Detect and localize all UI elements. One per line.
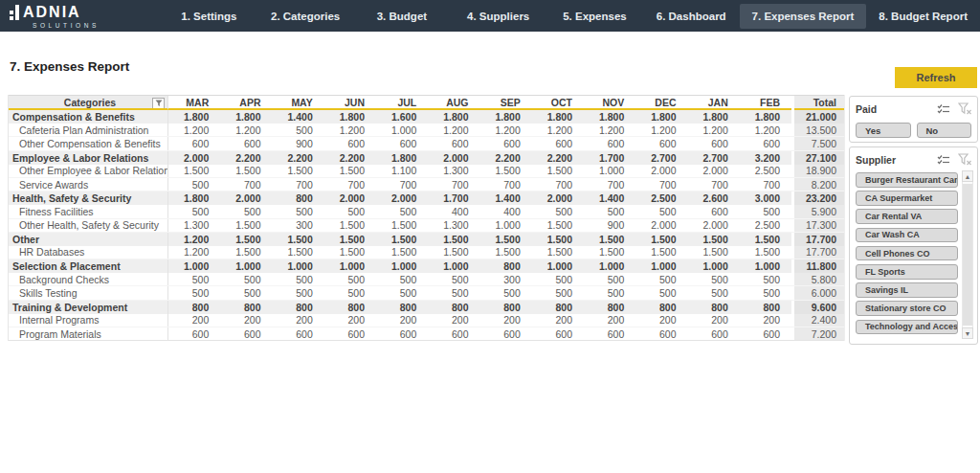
value-cell-jul: 600 [376, 327, 428, 340]
value-cell-apr: 700 [220, 178, 272, 191]
multi-select-icon[interactable] [936, 102, 950, 115]
supplier-option[interactable]: Technology and Accessor... [856, 320, 958, 335]
value-cell-oct: 500 [532, 286, 584, 299]
value-cell-apr: 1.000 [220, 259, 272, 273]
expense-item-row: Cafeteria Plan Administration1.2001.2005… [9, 124, 844, 137]
value-cell-feb: 3.200 [740, 151, 791, 165]
value-cell-aug: 1.800 [428, 110, 479, 124]
value-cell-aug: 1.500 [428, 233, 479, 246]
value-cell-mar: 600 [168, 137, 220, 149]
month-header-oct: OCT [532, 96, 584, 110]
supplier-scrollbar: ▲ ▼ [962, 170, 973, 339]
value-cell-feb: 1.500 [740, 246, 791, 259]
row-label: Program Materials [9, 327, 168, 340]
tab-dashboard[interactable]: 6. Dashboard [643, 0, 740, 32]
brand-subtitle: SOLUTIONS [33, 22, 161, 29]
supplier-slicer-title: Supplier [856, 154, 936, 166]
supplier-option[interactable]: Stationary store CO [856, 301, 958, 316]
value-cell-apr: 500 [220, 273, 272, 285]
value-cell-sep: 1.500 [480, 165, 532, 177]
value-cell-jul: 500 [376, 286, 428, 299]
value-cell-apr: 2.200 [220, 151, 272, 165]
value-cell-apr: 500 [220, 286, 272, 299]
value-cell-dec: 600 [635, 137, 687, 149]
supplier-option[interactable]: Car Wash CA [856, 228, 958, 243]
supplier-option[interactable]: Burger Restaurant Camd... [856, 172, 958, 188]
value-cell-apr: 500 [220, 205, 272, 217]
tab-settings[interactable]: 1. Settings [161, 0, 257, 32]
expense-item-row: Background Checks50050050050050050030050… [9, 273, 844, 286]
clear-filter-icon[interactable] [957, 102, 971, 115]
clear-filter-icon[interactable] [957, 153, 971, 166]
expense-item-row: Fitness Facilities5005005005005004004005… [9, 205, 844, 218]
value-cell-may: 500 [273, 286, 324, 299]
category-row: Compensation & Benefits1.8001.8001.4001.… [9, 110, 844, 124]
value-cell-mar: 800 [168, 301, 220, 314]
value-cell-jul: 1.000 [376, 259, 428, 273]
value-cell-jul: 800 [376, 301, 428, 314]
total-cell: 17.300 [794, 219, 844, 232]
scroll-down-icon[interactable]: ▼ [962, 327, 973, 339]
multi-select-icon[interactable] [936, 153, 950, 166]
supplier-option[interactable]: Cell Phones CO [856, 246, 958, 261]
value-cell-sep: 800 [480, 259, 532, 273]
row-label: Selection & Placement [9, 259, 168, 273]
value-cell-may: 2.200 [273, 151, 324, 165]
value-cell-jan: 200 [688, 314, 740, 327]
supplier-option[interactable]: CA Supermarket [856, 191, 958, 206]
value-cell-nov: 1.500 [584, 246, 635, 259]
value-cell-jan: 500 [688, 273, 740, 285]
scroll-thumb[interactable] [963, 184, 972, 326]
value-cell-aug: 400 [428, 205, 479, 217]
value-cell-oct: 1.500 [532, 165, 584, 177]
value-cell-feb: 1.200 [740, 124, 791, 136]
value-cell-feb: 3.000 [740, 191, 791, 205]
supplier-option[interactable]: FL Sports [856, 264, 958, 280]
value-cell-dec: 500 [635, 205, 687, 217]
value-cell-oct: 1.800 [532, 110, 584, 124]
tab-categories[interactable]: 2. Categories [257, 0, 354, 32]
scroll-track[interactable] [962, 182, 973, 327]
value-cell-jul: 600 [376, 137, 428, 149]
value-cell-oct: 600 [532, 327, 584, 340]
supplier-option[interactable]: Savings IL [856, 282, 958, 298]
total-cell: 17.700 [794, 233, 844, 246]
expense-item-row: Program Materials60060060060060060060060… [9, 327, 844, 341]
value-cell-jan: 600 [688, 205, 740, 217]
top-nav-bar: ADNIA SOLUTIONS 1. Settings2. Categories… [0, 0, 980, 32]
paid-option-no[interactable]: No [917, 123, 972, 138]
value-cell-may: 800 [273, 191, 324, 205]
value-cell-aug: 500 [428, 286, 479, 299]
value-cell-jul: 1.000 [376, 124, 428, 136]
value-cell-may: 1.400 [273, 110, 324, 124]
category-filter-icon[interactable] [152, 98, 165, 109]
row-label: Internal Programs [9, 314, 168, 327]
value-cell-dec: 1.500 [635, 233, 687, 246]
scroll-up-icon[interactable]: ▲ [962, 170, 973, 182]
value-cell-oct: 200 [532, 314, 584, 327]
value-cell-mar: 500 [168, 273, 220, 285]
tab-expenses-report[interactable]: 7. Expenses Report [740, 0, 867, 32]
value-cell-dec: 2.700 [635, 151, 687, 165]
expense-item-row: Skills Testing50050050050050050050050050… [9, 286, 844, 300]
value-cell-jan: 1.200 [688, 124, 740, 136]
tab-budget-report[interactable]: 8. Budget Report [866, 0, 980, 32]
total-cell: 9.600 [794, 301, 844, 314]
value-cell-apr: 1.200 [220, 124, 272, 136]
total-cell: 5.900 [794, 205, 844, 217]
brand-name: ADNIA [23, 5, 81, 20]
value-cell-nov: 1.800 [584, 110, 635, 124]
refresh-button[interactable]: Refresh [895, 67, 977, 88]
month-header-sep: SEP [480, 96, 532, 110]
supplier-option[interactable]: Car Rental VA [856, 209, 958, 224]
row-label: HR Databases [9, 246, 168, 259]
value-cell-apr: 600 [220, 137, 272, 149]
value-cell-mar: 1.800 [168, 110, 220, 124]
tab-budget[interactable]: 3. Budget [354, 0, 451, 32]
tab-suppliers[interactable]: 4. Suppliers [450, 0, 546, 32]
tab-expenses[interactable]: 5. Expenses [546, 0, 643, 32]
paid-option-yes[interactable]: Yes [856, 123, 911, 138]
category-row: Health, Safety & Security1.8002.0008002.… [9, 191, 844, 205]
value-cell-dec: 1.200 [635, 124, 687, 136]
expense-item-row: Internal Programs20020020020020020020020… [9, 314, 844, 327]
